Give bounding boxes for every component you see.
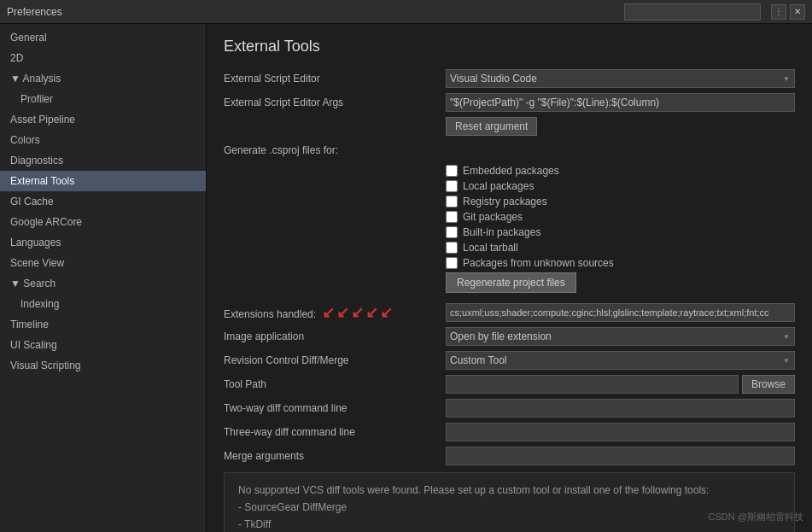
two-way-label: Two-way diff command line xyxy=(224,402,446,414)
three-way-row: Three-way diff command line xyxy=(224,423,795,441)
reset-argument-row: Reset argument xyxy=(224,117,795,136)
vcs-tool-0: - SourceGear DiffMerge xyxy=(238,499,780,516)
external-script-args-input[interactable] xyxy=(446,93,795,112)
no-vcs-text: No supported VCS diff tools were found. … xyxy=(238,482,780,499)
package-label-1: Local packages xyxy=(463,180,534,192)
package-label-0: Embedded packages xyxy=(463,165,559,177)
sidebar-item-languages[interactable]: Languages xyxy=(0,232,206,253)
arrow-5: ↙ xyxy=(380,303,393,322)
tool-path-browse: Browse xyxy=(446,375,795,394)
sidebar-item-ui-scaling[interactable]: UI Scaling xyxy=(0,335,206,355)
reset-argument-button[interactable]: Reset argument xyxy=(446,117,537,136)
three-way-label: Three-way diff command line xyxy=(224,426,446,438)
package-label-6: Packages from unknown sources xyxy=(463,257,614,269)
sidebar-item-timeline[interactable]: Timeline xyxy=(0,314,206,335)
extensions-handled-row: Extensions handled: ↙ ↙ ↙ ↙ ↙ cs;uxml;us… xyxy=(224,303,795,322)
image-application-label: Image application xyxy=(224,330,446,342)
sidebar-item-colors[interactable]: Colors xyxy=(0,130,206,150)
search-bar[interactable] xyxy=(624,3,761,20)
menu-button[interactable]: ⋮ xyxy=(771,4,786,20)
package-label-2: Registry packages xyxy=(463,196,547,208)
tool-path-row: Tool Path Browse xyxy=(224,375,795,394)
arrow-1: ↙ xyxy=(322,303,335,322)
external-script-editor-row: External Script Editor Visual Studio Cod… xyxy=(224,69,795,88)
package-row-1: Local packages xyxy=(224,180,795,192)
package-checkbox-5[interactable] xyxy=(446,242,458,254)
package-checkbox-2[interactable] xyxy=(446,196,458,208)
package-checkbox-0[interactable] xyxy=(446,165,458,177)
search-input[interactable] xyxy=(624,3,761,20)
merge-args-label: Merge arguments xyxy=(224,450,446,462)
external-script-editor-label: External Script Editor xyxy=(224,73,446,85)
revision-control-label: Revision Control Diff/Merge xyxy=(224,354,446,366)
sidebar-item-diagnostics[interactable]: Diagnostics xyxy=(0,150,206,171)
package-label-4: Built-in packages xyxy=(463,226,540,238)
extensions-value: cs;uxml;uss;shader;compute;cginc;hlsl;gl… xyxy=(446,303,795,322)
title-bar: Preferences ⋮ ✕ xyxy=(0,0,812,24)
sidebar-item-indexing[interactable]: Indexing xyxy=(0,294,206,314)
merge-args-input[interactable] xyxy=(446,447,795,465)
sidebar-item-external-tools[interactable]: External Tools xyxy=(0,171,206,191)
image-application-row: Image application Open by file extension xyxy=(224,327,795,346)
extensions-handled-label: Extensions handled: ↙ ↙ ↙ ↙ ↙ xyxy=(224,303,446,322)
main-container: General2D▼ AnalysisProfilerAsset Pipelin… xyxy=(0,24,812,532)
sidebar-item-search[interactable]: ▼ Search xyxy=(0,273,206,294)
package-checkbox-3[interactable] xyxy=(446,211,458,223)
package-row-0: Embedded packages xyxy=(224,165,795,177)
sidebar-item-2d[interactable]: 2D xyxy=(0,48,206,68)
browse-button[interactable]: Browse xyxy=(742,375,795,394)
vcs-tool-1: - TkDiff xyxy=(238,516,780,532)
sidebar-item-general[interactable]: General xyxy=(0,27,206,48)
watermark: CSDN @斯幽柏雷科技 xyxy=(709,511,803,523)
two-way-row: Two-way diff command line xyxy=(224,399,795,418)
package-row-4: Built-in packages xyxy=(224,226,795,238)
sidebar: General2D▼ AnalysisProfilerAsset Pipelin… xyxy=(0,24,207,532)
sidebar-item-profiler[interactable]: Profiler xyxy=(0,89,206,109)
generate-csproj-label: Generate .csproj files for: xyxy=(224,144,446,156)
package-row-5: Local tarball xyxy=(224,242,795,254)
merge-args-row: Merge arguments xyxy=(224,447,795,465)
package-row-3: Git packages xyxy=(224,211,795,223)
package-row-2: Registry packages xyxy=(224,196,795,208)
package-label-3: Git packages xyxy=(463,211,523,223)
regenerate-row: Regenerate project files xyxy=(224,272,795,298)
arrow-3: ↙ xyxy=(351,303,364,322)
revision-control-select[interactable]: Custom Tool xyxy=(446,351,795,370)
arrows: ↙ ↙ ↙ ↙ ↙ xyxy=(322,303,393,322)
image-application-select[interactable]: Open by file extension xyxy=(446,327,795,346)
package-row-6: Packages from unknown sources xyxy=(224,257,795,269)
window-controls: ⋮ ✕ xyxy=(771,4,805,20)
image-application-select-wrapper[interactable]: Open by file extension xyxy=(446,327,795,346)
package-checkbox-6[interactable] xyxy=(446,257,458,269)
package-label-5: Local tarball xyxy=(463,242,518,254)
sidebar-item-gi-cache[interactable]: GI Cache xyxy=(0,191,206,212)
close-button[interactable]: ✕ xyxy=(790,4,805,20)
revision-control-row: Revision Control Diff/Merge Custom Tool xyxy=(224,351,795,370)
three-way-input[interactable] xyxy=(446,423,795,441)
sidebar-item-asset-pipeline[interactable]: Asset Pipeline xyxy=(0,109,206,130)
window-title: Preferences xyxy=(7,6,62,18)
sidebar-item-google-arcore[interactable]: Google ARCore xyxy=(0,212,206,232)
external-script-args-label: External Script Editor Args xyxy=(224,96,446,108)
package-checkbox-1[interactable] xyxy=(446,180,458,192)
page-title: External Tools xyxy=(224,38,795,56)
generate-csproj-row: Generate .csproj files for: xyxy=(224,141,795,160)
arrow-2: ↙ xyxy=(336,303,349,322)
tool-path-input[interactable] xyxy=(446,375,739,394)
sidebar-item-scene-view[interactable]: Scene View xyxy=(0,253,206,273)
external-script-args-row: External Script Editor Args xyxy=(224,93,795,112)
external-script-editor-select[interactable]: Visual Studio Code xyxy=(446,69,795,88)
two-way-input[interactable] xyxy=(446,399,795,418)
external-script-editor-select-wrapper[interactable]: Visual Studio Code xyxy=(446,69,795,88)
revision-control-select-wrapper[interactable]: Custom Tool xyxy=(446,351,795,370)
sidebar-item-visual-scripting[interactable]: Visual Scripting xyxy=(0,355,206,376)
packages-container: Embedded packagesLocal packagesRegistry … xyxy=(224,165,795,269)
arrow-4: ↙ xyxy=(365,303,378,322)
vcs-tools-list: - SourceGear DiffMerge- TkDiff- P4Merge-… xyxy=(238,499,780,532)
regenerate-button[interactable]: Regenerate project files xyxy=(446,272,576,293)
tool-path-label: Tool Path xyxy=(224,378,446,390)
content-area: External Tools External Script Editor Vi… xyxy=(207,24,812,532)
sidebar-item-analysis[interactable]: ▼ Analysis xyxy=(0,68,206,89)
package-checkbox-4[interactable] xyxy=(446,226,458,238)
